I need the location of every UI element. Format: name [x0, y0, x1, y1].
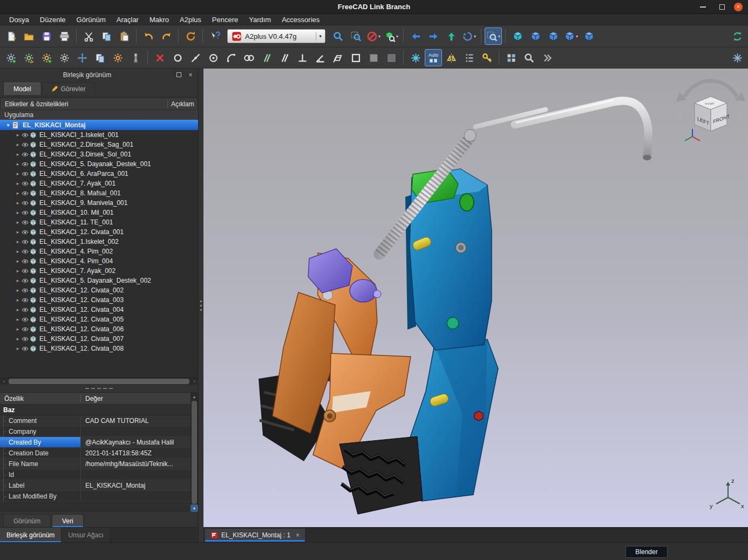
constraint-center-of-mass-button[interactable] [365, 49, 382, 66]
tree-item[interactable]: ▸EL_KISKACI_1.Iskelet_002 [0, 237, 198, 247]
a2p-insert-screw-button[interactable] [127, 49, 144, 66]
a2p-preferences-button[interactable] [502, 49, 520, 66]
constraint-point-identity-button[interactable] [169, 49, 186, 66]
scroll-left-icon[interactable]: ‹ [0, 378, 8, 385]
property-value[interactable]: @AcikKaynakcı - Mustafa Halil [81, 439, 191, 446]
expander-icon[interactable]: ▸ [14, 317, 22, 322]
tree-horizontal-scrollbar[interactable]: ‹ › [0, 377, 198, 385]
3d-viewport[interactable]: LEFT FRONT TOP z x [203, 69, 748, 527]
tree-item[interactable]: ▸EL_KISKACI_5. Dayanak_Destek_001 [0, 159, 198, 169]
navigation-cube[interactable]: LEFT FRONT TOP [676, 81, 745, 148]
a2p-convert-part-button[interactable] [109, 49, 126, 66]
constraint-axis-plane-perpendicular-button[interactable] [294, 49, 311, 66]
property-row[interactable]: CommentCAD CAM TUTORIAL [0, 415, 191, 426]
expander-icon[interactable]: ▾ [4, 122, 12, 128]
property-value[interactable]: /home/mhg/Masaüstü/Teknik... [81, 460, 191, 468]
property-value[interactable]: EL_KISKACI_Montaj [81, 482, 191, 489]
property-value[interactable]: 2021-01-14T18:58:45Z [81, 449, 191, 457]
nav-back-button[interactable] [407, 28, 424, 45]
expander-icon[interactable]: ▸ [14, 239, 22, 244]
view-zoom-to-fit-button[interactable] [443, 28, 460, 45]
property-group-base[interactable]: Baz [0, 405, 191, 415]
constraint-point-on-line-button[interactable] [187, 49, 204, 66]
property-row[interactable]: Id [0, 469, 191, 480]
scroll-up-icon[interactable]: ▲ [191, 393, 198, 400]
blender-taskbar-button[interactable]: Blender [625, 546, 668, 558]
whats-this-button[interactable] [206, 28, 223, 45]
tree-item[interactable]: ▸EL_KISKACI_5. Dayanak_Destek_002 [0, 276, 198, 285]
minimize-button[interactable] [698, 3, 707, 11]
scrollbar-thumb[interactable] [9, 379, 189, 384]
dock-close-button[interactable]: × [186, 71, 195, 79]
tree-item[interactable]: ▸EL_KISKACI_12. Civata_005 [0, 315, 198, 324]
constraint-angled-planes-button[interactable] [311, 49, 329, 66]
cut-button[interactable] [80, 28, 97, 45]
view-sync-button[interactable] [729, 28, 746, 45]
expander-icon[interactable]: ▸ [14, 161, 22, 167]
expander-icon[interactable]: ▸ [14, 200, 22, 206]
menu-dosya[interactable]: Dosya [4, 15, 34, 25]
draw-style-button[interactable]: ▾ [365, 28, 382, 45]
nav-forward-button[interactable] [425, 28, 442, 45]
a2p-edit-placement-button[interactable] [56, 49, 73, 66]
expander-icon[interactable]: ▸ [14, 336, 22, 342]
view-orbit-button[interactable]: ▾ [460, 28, 478, 45]
toolbar-overflow-button[interactable] [538, 49, 555, 66]
copy-button[interactable] [98, 28, 115, 45]
tree-item[interactable]: ▸EL_KISKACI_4. Pim_004 [0, 256, 198, 266]
expander-icon[interactable]: ▸ [14, 258, 22, 264]
a2p-update-imported-parts-button[interactable] [20, 49, 37, 66]
tree-item[interactable]: ▸EL_KISKACI_12. Civata_008 [0, 344, 198, 353]
tree-item[interactable]: ▸EL_KISKACI_12. Civata_006 [0, 324, 198, 334]
property-name-cell[interactable]: Company [0, 426, 81, 436]
flip-constraint-direction-button[interactable] [443, 49, 460, 66]
undo-button[interactable] [140, 28, 157, 45]
expander-icon[interactable]: ▸ [14, 229, 22, 235]
file-new-button[interactable] [2, 28, 19, 45]
property-row[interactable]: File Name/home/mhg/Masaüstü/Teknik... [0, 459, 191, 469]
property-name-cell[interactable]: Label [0, 480, 81, 490]
expander-icon[interactable]: ▸ [14, 210, 22, 215]
a2p-import-shape-reference-button[interactable] [38, 49, 55, 66]
expander-icon[interactable]: ▸ [14, 171, 22, 176]
clamp-model[interactable] [259, 100, 651, 514]
constraint-viewer-button[interactable] [460, 49, 478, 66]
constraint-planes-parallel-button[interactable] [329, 49, 346, 66]
expander-icon[interactable]: ▸ [14, 249, 22, 254]
workbench-selector[interactable]: A2plus V0.4.47g▾ [227, 29, 325, 43]
maximize-button[interactable] [718, 3, 726, 11]
menu-g-r-n-m[interactable]: Görünüm [72, 15, 111, 25]
expander-icon[interactable]: ▸ [14, 326, 22, 332]
expander-icon[interactable]: ▸ [14, 278, 22, 283]
scroll-down-icon[interactable]: ▼ [191, 504, 198, 512]
zoom-fit-selection-button[interactable] [347, 28, 364, 45]
a2p-move-part-button[interactable] [73, 49, 91, 66]
close-tab-icon[interactable]: × [294, 531, 300, 539]
a2p-solver-settings-button[interactable] [407, 49, 424, 66]
dock-viewport-splitter[interactable] [199, 69, 203, 542]
dock-splitter-handle[interactable] [0, 385, 198, 392]
tree-item[interactable]: ▸EL_KISKACI_8. Mafsal_001 [0, 188, 198, 198]
view-front-button[interactable] [527, 28, 544, 45]
tree-item[interactable]: ▸EL_KISKACI_12. Civata_007 [0, 334, 198, 344]
constraint-plane-coincident-button[interactable] [347, 49, 364, 66]
expander-icon[interactable]: ▸ [14, 297, 22, 303]
expander-icon[interactable]: ▸ [14, 181, 22, 186]
expander-icon[interactable]: ▸ [14, 152, 22, 157]
tree-item[interactable]: ▸EL_KISKACI_7. Ayak_002 [0, 266, 198, 276]
property-name-cell[interactable]: Comment [0, 415, 81, 426]
menu-d-zenle[interactable]: Düzenle [35, 15, 71, 25]
view-axonometric-button[interactable] [580, 28, 597, 45]
tree-item[interactable]: ▸EL_KISKACI_7. Ayak_001 [0, 179, 198, 188]
expander-icon[interactable]: ▸ [14, 288, 22, 293]
tab-combo-view[interactable]: Birleşik görünüm [0, 528, 62, 542]
close-button[interactable]: × [734, 3, 743, 11]
zoom-fit-all-button[interactable] [329, 28, 346, 45]
property-row[interactable]: Created By@AcikKaynakcı - Mustafa Halil [0, 437, 191, 448]
tree-item-document[interactable]: ▾ EL_KISKACI_Montaj [0, 120, 198, 130]
redo-button[interactable] [158, 28, 175, 45]
property-value[interactable]: CAD CAM TUTORIAL [81, 417, 191, 425]
tree-item[interactable]: ▸EL_KISKACI_1.Iskelet_001 [0, 130, 198, 140]
tree-item[interactable]: ▸EL_KISKACI_12. Civata_002 [0, 285, 198, 295]
property-name-cell[interactable]: Creation Date [0, 448, 81, 458]
